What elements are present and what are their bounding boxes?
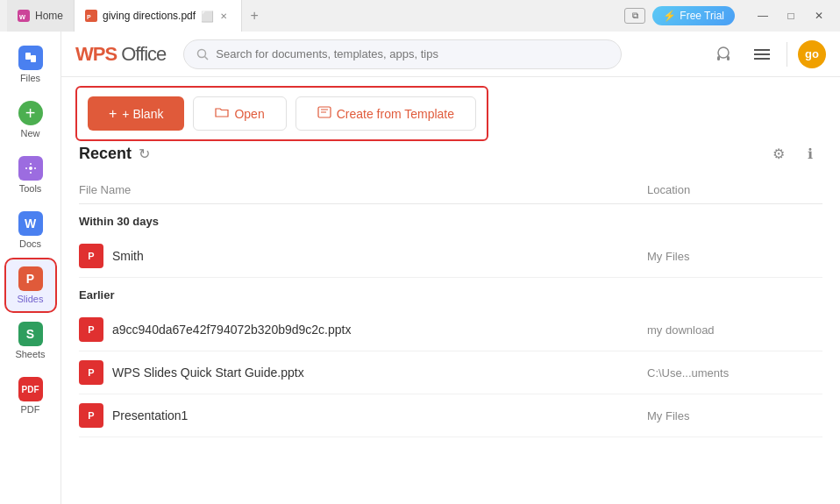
pdf-tab-icon: P: [85, 10, 97, 22]
sidebar-pdf-label: PDF: [21, 404, 40, 415]
template-icon: [317, 106, 331, 121]
recent-title: Recent: [79, 145, 132, 163]
file-location: C:\Use...uments: [647, 366, 822, 380]
search-bar[interactable]: [183, 39, 622, 69]
open-label: Open: [234, 107, 264, 121]
sidebar-tools-label: Tools: [19, 183, 42, 194]
sidebar-sheets-label: Sheets: [15, 349, 45, 359]
docs-icon: W: [18, 211, 43, 236]
search-input[interactable]: [216, 47, 609, 60]
sidebar-files-label: Files: [20, 73, 40, 83]
tab-pdf-close[interactable]: ✕: [217, 9, 231, 23]
maximize-button[interactable]: □: [777, 4, 805, 28]
col-location-header: Location: [647, 183, 822, 196]
sidebar-item-docs[interactable]: W Docs: [6, 204, 55, 256]
file-row[interactable]: P Presentation1 My Files: [79, 394, 822, 437]
file-name: a9cc940da67e42f794072b320b9d9c2c.pptx: [112, 323, 647, 337]
plus-icon: +: [109, 106, 117, 122]
tab-pdf[interactable]: P giving directions.pdf ⬜ ✕: [75, 0, 242, 32]
file-row[interactable]: P Smith My Files: [79, 235, 822, 278]
headset-icon[interactable]: [709, 40, 737, 68]
file-location: My Files: [647, 409, 822, 422]
search-icon: [196, 48, 209, 60]
sidebar-slides-label: Slides: [18, 294, 44, 304]
new-icon: +: [18, 101, 43, 125]
folder-icon: [215, 106, 229, 121]
file-row[interactable]: P WPS Slides Quick Start Guide.pptx C:\U…: [79, 351, 822, 394]
file-icon: P: [79, 360, 103, 385]
sidebar-docs-label: Docs: [19, 238, 41, 249]
tab-switcher-button[interactable]: ⧉: [624, 8, 645, 24]
file-name: WPS Slides Quick Start Guide.pptx: [112, 366, 647, 380]
menu-icon[interactable]: [748, 40, 776, 68]
info-button[interactable]: ℹ: [798, 141, 822, 166]
sidebar-item-pdf[interactable]: PDF PDF: [6, 370, 55, 422]
sidebar-new-label: New: [20, 128, 39, 138]
file-name: Presentation1: [112, 408, 647, 422]
recent-header: Recent ↻ ⚙ ℹ: [79, 141, 822, 166]
topbar: WPS Office go: [61, 32, 840, 77]
blank-button[interactable]: + + Blank: [88, 96, 184, 131]
file-icon: P: [79, 244, 103, 268]
svg-point-7: [718, 47, 729, 58]
svg-text:P: P: [87, 14, 91, 20]
avatar[interactable]: go: [798, 40, 826, 68]
free-trial-icon: ⚡: [663, 10, 676, 22]
template-label: Create from Template: [337, 107, 454, 121]
file-icon: P: [79, 403, 103, 428]
titlebar-right: ⧉ ⚡ Free Trial — □ ✕: [624, 4, 833, 28]
free-trial-label: Free Trial: [680, 10, 724, 22]
svg-rect-3: [31, 55, 36, 62]
svg-point-5: [198, 49, 206, 57]
sheets-icon: S: [18, 322, 43, 346]
tab-home[interactable]: w Home: [7, 0, 75, 32]
pdf-sidebar-icon: PDF: [18, 377, 43, 401]
free-trial-button[interactable]: ⚡ Free Trial: [652, 6, 735, 25]
action-bar: + + Blank Open Create from Template: [75, 86, 488, 141]
titlebar-tabs: w Home P giving directions.pdf ⬜ ✕ +: [7, 0, 624, 32]
wps-logo: WPS Office: [75, 43, 166, 66]
svg-rect-2: [25, 53, 31, 60]
file-list-header: File Name Location: [79, 176, 822, 204]
group-label-30days: Within 30 days: [79, 204, 822, 235]
app-body: Files + New Tools W Docs P Slides S Shee…: [0, 32, 840, 504]
close-button[interactable]: ✕: [805, 4, 833, 28]
wps-logo-icon: w: [18, 10, 30, 22]
window-controls: — □ ✕: [749, 4, 833, 28]
files-icon: [18, 46, 43, 70]
template-button[interactable]: Create from Template: [295, 96, 476, 131]
svg-point-4: [29, 167, 32, 170]
tab-home-label: Home: [35, 10, 63, 22]
settings-button[interactable]: ⚙: [766, 141, 791, 166]
tab-pdf-label: giving directions.pdf: [103, 10, 196, 22]
sidebar-item-files[interactable]: Files: [6, 39, 55, 90]
divider: [787, 42, 787, 67]
open-button[interactable]: Open: [193, 96, 286, 131]
titlebar: w Home P giving directions.pdf ⬜ ✕ + ⧉ ⚡…: [0, 0, 840, 32]
svg-rect-9: [727, 56, 730, 60]
recent-section: Recent ↻ ⚙ ℹ File Name Location Within 3…: [61, 141, 840, 504]
sidebar-item-slides[interactable]: P Slides: [6, 259, 55, 311]
monitor-icon: ⬜: [201, 11, 211, 21]
topbar-right: go: [709, 40, 826, 68]
file-location: My Files: [647, 250, 822, 263]
add-tab-button[interactable]: +: [242, 4, 267, 28]
svg-line-6: [205, 56, 209, 60]
sidebar-item-new[interactable]: + New: [6, 94, 55, 146]
sidebar-item-sheets[interactable]: S Sheets: [6, 315, 55, 366]
refresh-icon[interactable]: ↻: [139, 146, 150, 162]
svg-text:w: w: [19, 12, 26, 20]
minimize-button[interactable]: —: [749, 4, 777, 28]
blank-label: + Blank: [122, 107, 163, 121]
main-content: + + Blank Open Create from Template: [61, 77, 840, 504]
file-name: Smith: [112, 249, 647, 263]
group-label-earlier: Earlier: [79, 278, 822, 309]
col-filename-header: File Name: [79, 183, 647, 196]
slides-icon: P: [18, 266, 43, 291]
file-location: my download: [647, 323, 822, 337]
sidebar-item-tools[interactable]: Tools: [6, 149, 55, 201]
svg-rect-8: [717, 56, 720, 60]
file-row[interactable]: P a9cc940da67e42f794072b320b9d9c2c.pptx …: [79, 309, 822, 351]
tools-icon: [18, 156, 43, 181]
file-icon: P: [79, 317, 103, 342]
